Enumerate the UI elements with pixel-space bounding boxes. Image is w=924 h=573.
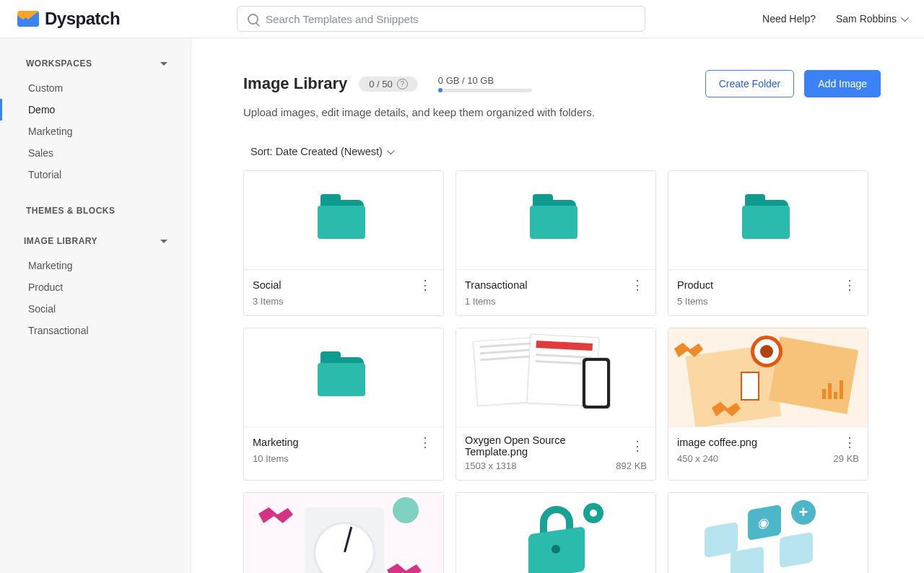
count-pill: 0 / 50 ? xyxy=(359,76,418,92)
search-input[interactable] xyxy=(266,13,635,25)
storage-bar xyxy=(438,89,532,92)
help-icon[interactable]: ? xyxy=(397,79,408,89)
search-icon xyxy=(248,14,258,25)
card-subtext: 3 Items xyxy=(253,296,284,307)
page-title: Image Library xyxy=(243,74,347,93)
image-card[interactable]: image coffee.png⋮450 x 24029 KB xyxy=(668,328,868,481)
more-icon[interactable]: ⋮ xyxy=(416,434,435,450)
card-subtext: 5 Items xyxy=(677,296,708,307)
more-icon[interactable]: ⋮ xyxy=(628,277,647,293)
card-title: Marketing xyxy=(253,437,299,448)
sidebar-item-transactional[interactable]: Transactional xyxy=(0,320,191,341)
more-icon[interactable]: ⋮ xyxy=(840,277,859,293)
sort-dropdown[interactable]: Sort: Date Created (Newest) xyxy=(243,146,881,157)
folder-card[interactable]: Marketing⋮10 Items xyxy=(243,328,444,481)
caret-down-icon xyxy=(160,62,167,69)
sidebar-heading-themes[interactable]: THEMES & BLOCKS xyxy=(0,206,191,216)
folder-icon xyxy=(318,200,370,240)
card-subtext: 1 Items xyxy=(465,296,496,307)
logo-icon xyxy=(17,11,39,27)
search-box[interactable] xyxy=(237,6,645,32)
folder-icon xyxy=(742,200,794,240)
folder-card[interactable]: Social⋮3 Items xyxy=(243,170,444,316)
sidebar-item-product[interactable]: Product xyxy=(0,276,191,298)
card-subtext: 10 Items xyxy=(253,453,289,464)
sidebar-item-custom[interactable]: Custom xyxy=(0,77,191,99)
sidebar-item-demo[interactable]: Demo xyxy=(0,99,191,121)
card-title: image coffee.png xyxy=(677,437,757,448)
page-description: Upload images, edit image details, and k… xyxy=(243,106,881,118)
caret-down-icon xyxy=(160,240,167,247)
add-image-button[interactable]: Add Image xyxy=(804,70,881,97)
image-card[interactable] xyxy=(456,492,656,573)
card-title: Transactional xyxy=(465,279,528,291)
sidebar-item-marketing[interactable]: Marketing xyxy=(0,255,191,276)
logo[interactable]: Dyspatch xyxy=(17,9,120,29)
cards-grid: Social⋮3 ItemsTransactional⋮1 ItemsProdu… xyxy=(243,170,881,573)
sidebar-heading-image-library[interactable]: IMAGE LIBRARY xyxy=(0,236,191,246)
folder-card[interactable]: Product⋮5 Items xyxy=(668,170,868,316)
storage-indicator: 0 GB / 10 GB xyxy=(438,75,532,92)
sidebar-heading-workspaces[interactable]: WORKSPACES xyxy=(0,58,191,69)
folder-card[interactable]: Transactional⋮1 Items xyxy=(456,170,656,316)
sidebar-item-sales[interactable]: Sales xyxy=(0,142,191,164)
help-link[interactable]: Need Help? xyxy=(762,13,816,25)
chevron-down-icon xyxy=(387,146,395,154)
card-size: 29 KB xyxy=(834,453,859,464)
image-card[interactable]: ◉+ xyxy=(668,492,868,573)
folder-icon xyxy=(530,200,582,240)
card-subtext: 450 x 240 xyxy=(677,453,718,464)
folder-icon xyxy=(318,357,370,398)
more-icon[interactable]: ⋮ xyxy=(840,434,859,450)
user-menu[interactable]: Sam Robbins xyxy=(836,13,907,25)
logo-text: Dyspatch xyxy=(45,9,120,29)
card-title: Product xyxy=(677,279,713,291)
topbar: Dyspatch Need Help? Sam Robbins xyxy=(0,0,924,38)
more-icon[interactable]: ⋮ xyxy=(628,438,647,454)
card-title: Oxygen Open Source Template.png xyxy=(465,434,628,458)
create-folder-button[interactable]: Create Folder xyxy=(705,70,795,97)
more-icon[interactable]: ⋮ xyxy=(416,277,435,293)
card-subtext: 1503 x 1318 xyxy=(465,460,517,471)
card-size: 892 KB xyxy=(616,460,647,471)
image-card[interactable]: Oxygen Open Source Template.png⋮1503 x 1… xyxy=(456,328,656,481)
chevron-down-icon xyxy=(901,14,909,22)
user-name: Sam Robbins xyxy=(836,13,897,25)
sidebar-item-social[interactable]: Social xyxy=(0,298,191,320)
card-title: Social xyxy=(253,279,282,291)
sidebar: WORKSPACES CustomDemoMarketingSalesTutor… xyxy=(0,38,191,573)
content: Image Library 0 / 50 ? 0 GB / 10 GB Crea… xyxy=(191,38,924,573)
sidebar-item-tutorial[interactable]: Tutorial xyxy=(0,164,191,185)
sidebar-item-marketing[interactable]: Marketing xyxy=(0,121,191,142)
image-card[interactable] xyxy=(243,492,444,573)
